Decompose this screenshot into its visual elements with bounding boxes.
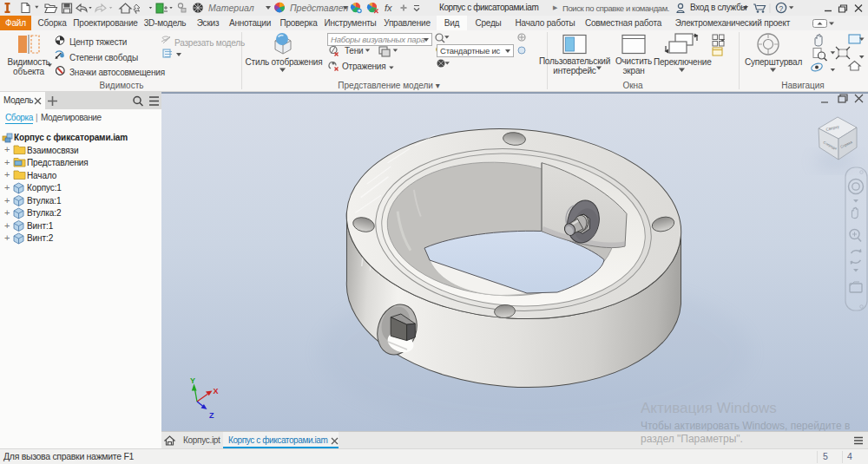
svg-text:X: X — [214, 387, 219, 395]
svg-text:+: + — [4, 182, 10, 193]
svg-text:+: + — [4, 144, 10, 154]
svg-text:+: + — [4, 232, 10, 243]
svg-text:?: ? — [779, 4, 783, 13]
svg-text:Активация Windows: Активация Windows — [641, 400, 777, 416]
svg-text:+: + — [4, 195, 10, 206]
svg-text:Z: Z — [209, 411, 214, 420]
svg-text:+: + — [4, 157, 10, 167]
svg-text:fx: fx — [385, 3, 392, 13]
svg-text:Чтобы активировать Windows, пе: Чтобы активировать Windows, перейдите в — [641, 420, 850, 432]
svg-text:Y: Y — [190, 376, 195, 385]
svg-text:+: + — [4, 169, 10, 180]
svg-text:+: + — [4, 207, 10, 218]
svg-text:+: + — [4, 220, 10, 231]
